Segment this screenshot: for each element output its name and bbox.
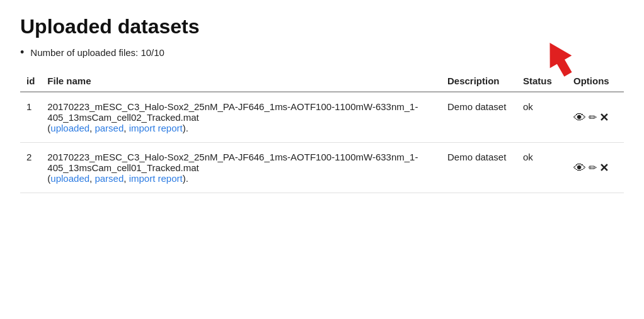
file-link-uploaded[interactable]: uploaded [50, 123, 89, 133]
cell-description: Demo dataset [441, 143, 517, 193]
file-count: Number of uploaded files: 10/10 [20, 46, 624, 59]
datasets-table: id File name Description Status Options … [20, 70, 624, 193]
file-link-parsed[interactable]: parsed [95, 173, 124, 184]
filename-links: (uploaded, parsed, import report). [47, 173, 188, 184]
file-link-import-report[interactable]: import report [129, 123, 183, 133]
col-description: Description [441, 70, 517, 92]
edit-icon[interactable]: ✏ [589, 113, 597, 123]
cell-status: ok [517, 143, 567, 193]
page-title: Uploaded datasets [20, 15, 624, 38]
datasets-table-wrapper: id File name Description Status Options … [20, 70, 624, 193]
delete-icon[interactable]: ✕ [599, 162, 609, 174]
view-icon[interactable]: 👁 [573, 162, 586, 174]
col-status: Status [517, 70, 567, 92]
filename-links: (uploaded, parsed, import report). [47, 123, 188, 133]
table-row: 120170223_mESC_C3_Halo-Sox2_25nM_PA-JF64… [20, 92, 624, 143]
cell-filename: 20170223_mESC_C3_Halo-Sox2_25nM_PA-JF646… [41, 143, 441, 193]
filename-text: 20170223_mESC_C3_Halo-Sox2_25nM_PA-JF646… [47, 101, 418, 123]
file-link-uploaded[interactable]: uploaded [50, 173, 89, 184]
col-id: id [20, 70, 41, 92]
edit-icon[interactable]: ✏ [589, 163, 597, 173]
file-link-parsed[interactable]: parsed [95, 123, 124, 133]
cell-status: ok [517, 92, 567, 143]
cell-filename: 20170223_mESC_C3_Halo-Sox2_25nM_PA-JF646… [41, 92, 441, 143]
filename-text: 20170223_mESC_C3_Halo-Sox2_25nM_PA-JF646… [47, 152, 418, 173]
file-link-import-report[interactable]: import report [129, 173, 183, 184]
cell-description: Demo dataset [441, 92, 517, 143]
table-header-row: id File name Description Status Options [20, 70, 624, 92]
cell-id: 2 [20, 143, 41, 193]
cell-options: 👁✏✕ [567, 92, 624, 143]
delete-icon[interactable]: ✕ [599, 112, 609, 123]
view-icon[interactable]: 👁 [573, 111, 586, 124]
cell-id: 1 [20, 92, 41, 143]
cell-options: 👁✏✕ [567, 143, 624, 193]
col-filename: File name [41, 70, 441, 92]
table-row: 220170223_mESC_C3_Halo-Sox2_25nM_PA-JF64… [20, 143, 624, 193]
col-options: Options [567, 70, 624, 92]
